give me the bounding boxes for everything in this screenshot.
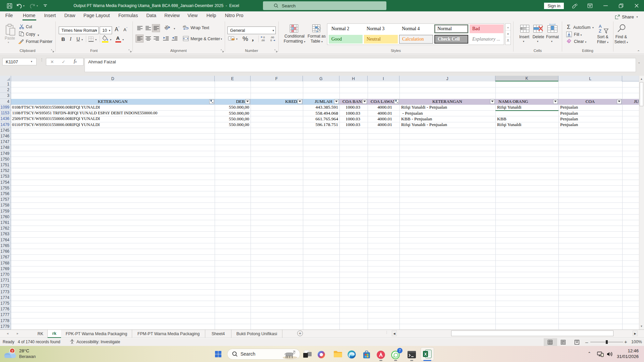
svg-text:X: X (424, 352, 427, 357)
svg-text:.00: .00 (261, 39, 265, 42)
svg-text:.00: .00 (270, 36, 274, 39)
svg-text:0: 0 (263, 36, 265, 39)
svg-text:Z: Z (599, 28, 601, 34)
svg-text:A: A (599, 24, 602, 29)
svg-text:0: 0 (270, 39, 272, 42)
svg-text:ab: ab (183, 25, 186, 28)
